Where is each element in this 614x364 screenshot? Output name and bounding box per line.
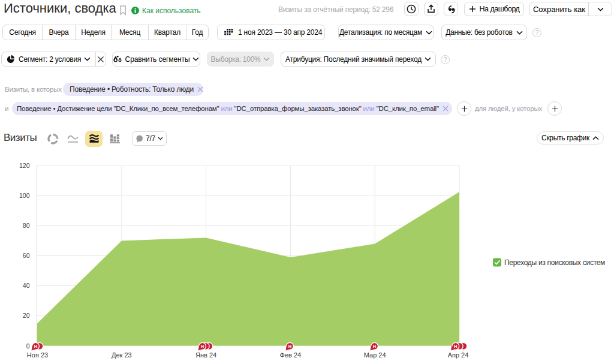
svg-text:40: 40 xyxy=(23,282,30,289)
svg-text:80: 80 xyxy=(23,222,30,229)
svg-text:Янв 24: Янв 24 xyxy=(195,351,216,359)
svg-text:Н: Н xyxy=(454,344,457,349)
svg-text:Ноя 23: Ноя 23 xyxy=(27,351,48,359)
svg-text:0: 0 xyxy=(26,342,30,350)
svg-text:120: 120 xyxy=(19,162,30,169)
svg-text:Н: Н xyxy=(373,344,376,349)
svg-text:100: 100 xyxy=(19,192,30,199)
svg-text:Апр 24: Апр 24 xyxy=(448,351,469,359)
svg-text:Мар 24: Мар 24 xyxy=(364,351,386,359)
svg-text:Фев 24: Фев 24 xyxy=(280,351,302,359)
svg-text:Н: Н xyxy=(34,344,37,349)
svg-text:Н: Н xyxy=(201,344,204,349)
svg-text:20: 20 xyxy=(23,312,30,319)
svg-text:Н: Н xyxy=(288,344,291,349)
svg-text:Переходы из поисковых систем: Переходы из поисковых систем xyxy=(504,258,605,267)
svg-text:60: 60 xyxy=(23,252,30,259)
svg-text:Дек 23: Дек 23 xyxy=(112,351,132,359)
